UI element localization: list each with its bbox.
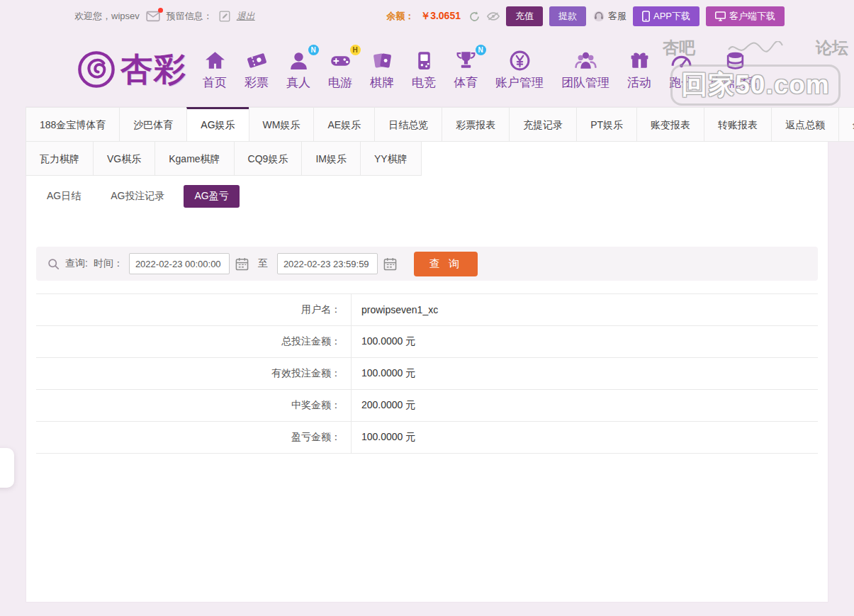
- gift-icon: [628, 49, 651, 72]
- balance-value: ￥3.0651: [420, 10, 461, 23]
- search-button[interactable]: 查 询: [414, 252, 478, 276]
- nav-sports[interactable]: N 体育: [454, 49, 478, 91]
- nav-label: 棋牌: [370, 74, 394, 91]
- table-row: 有效投注金额： 100.0000 元: [36, 358, 818, 390]
- tab-transfer-report[interactable]: 转账报表: [704, 107, 772, 142]
- end-time-input[interactable]: [277, 253, 378, 274]
- tab-kgame-chess[interactable]: Kgame棋牌: [154, 141, 234, 176]
- nav-lottery[interactable]: 彩票: [245, 49, 269, 91]
- esports-console-icon: [412, 49, 436, 72]
- tab-strip: 188金宝博体育 沙巴体育 AG娱乐 WM娱乐 AE娱乐 日结总览 彩票报表 充…: [26, 107, 828, 176]
- headset-icon: [592, 10, 605, 23]
- tab-yy-chess[interactable]: YY棋牌: [360, 141, 422, 176]
- deposit-button[interactable]: 充值: [506, 6, 543, 26]
- customer-service-label: 客服: [608, 10, 627, 23]
- nav-team-management[interactable]: 团队管理: [561, 49, 609, 91]
- tab-ag-entertainment[interactable]: AG娱乐: [186, 107, 249, 142]
- app-download-button[interactable]: APP下载: [633, 6, 700, 26]
- row-label: 有效投注金额：: [36, 358, 352, 389]
- badge-n: N: [308, 45, 319, 55]
- query-label: 查询:: [65, 257, 88, 270]
- tab-vg-chess[interactable]: VG棋乐: [93, 141, 155, 176]
- yen-account-icon: [508, 49, 532, 72]
- tab-row-1: 188金宝博体育 沙巴体育 AG娱乐 WM娱乐 AE娱乐 日结总览 彩票报表 充…: [26, 107, 828, 142]
- reserved-info-label: 预留信息：: [167, 10, 213, 23]
- calendar-start-icon[interactable]: [235, 257, 249, 271]
- coins-icon: [724, 49, 747, 72]
- tab-wm-entertainment[interactable]: WM娱乐: [249, 107, 315, 142]
- tab-daily-summary[interactable]: 日结总览: [374, 107, 442, 142]
- nav-live[interactable]: N 真人: [286, 49, 310, 91]
- row-label: 中奖金额：: [36, 390, 352, 421]
- nav-jinding-wealth[interactable]: 金鼎财富: [711, 49, 759, 91]
- calendar-end-icon[interactable]: [383, 257, 397, 271]
- phone-icon: [642, 11, 650, 22]
- nav-label: 电竞: [412, 74, 436, 91]
- table-row: 中奖金额： 200.0000 元: [36, 390, 818, 422]
- floating-widget[interactable]: [0, 448, 14, 488]
- nav-label: 团队管理: [561, 74, 609, 91]
- site-logo[interactable]: 杏彩: [77, 48, 187, 91]
- main-content-card: 188金宝博体育 沙巴体育 AG娱乐 WM娱乐 AE娱乐 日结总览 彩票报表 充…: [26, 106, 828, 603]
- nav-activity[interactable]: 活动: [627, 49, 651, 91]
- nav-label: 金鼎财富: [711, 74, 759, 91]
- result-table: 用户名： prowipseven1_xc 总投注金额： 100.0000 元 有…: [36, 293, 818, 454]
- nav-chess[interactable]: 棋牌: [370, 49, 394, 91]
- gamepad-icon: H: [329, 49, 352, 72]
- nav-label: 跑分: [669, 74, 693, 91]
- to-label: 至: [258, 257, 268, 270]
- row-value: 100.0000 元: [352, 326, 415, 357]
- refresh-icon[interactable]: [468, 11, 481, 23]
- client-download-label: 客户端下载: [729, 10, 775, 23]
- table-row: 用户名： prowipseven1_xc: [36, 294, 818, 326]
- nav-label: 体育: [454, 74, 478, 91]
- mail-icon[interactable]: [146, 11, 160, 22]
- live-person-icon: N: [287, 49, 310, 72]
- row-label: 总投注金额：: [36, 326, 352, 357]
- edit-icon[interactable]: [219, 11, 230, 22]
- row-label: 盈亏金额：: [36, 422, 352, 453]
- tab-pt-entertainment[interactable]: PT娱乐: [576, 107, 637, 142]
- nav-home[interactable]: 首页: [203, 49, 227, 91]
- eye-off-icon[interactable]: [487, 11, 500, 21]
- tab-188jbb-sports[interactable]: 188金宝博体育: [26, 107, 120, 142]
- main-nav: 首页 彩票 N 真人 H 电游 棋牌: [203, 49, 759, 91]
- tab-cq9-entertainment[interactable]: CQ9娱乐: [234, 141, 303, 176]
- logout-link[interactable]: 退出: [237, 10, 255, 23]
- nav-account-management[interactable]: 账户管理: [495, 49, 544, 91]
- subtab-ag-daily[interactable]: AG日结: [36, 185, 91, 208]
- nav-label: 首页: [203, 74, 227, 91]
- tab-im-entertainment[interactable]: IM娱乐: [301, 141, 361, 176]
- row-label: 用户名：: [36, 294, 352, 325]
- trophy-icon: N: [454, 49, 478, 72]
- withdraw-button[interactable]: 提款: [549, 6, 586, 26]
- nav-label: 账户管理: [495, 74, 544, 91]
- site-header: 杏彩 首页 彩票 N 真人 H 电游: [0, 33, 854, 106]
- tab-ae-entertainment[interactable]: AE娱乐: [313, 107, 375, 142]
- row-value: 200.0000 元: [352, 390, 415, 421]
- subtab-ag-profit-loss[interactable]: AG盈亏: [184, 185, 239, 208]
- tab-deposit-withdraw-records[interactable]: 充提记录: [509, 107, 577, 142]
- client-download-button[interactable]: 客户端下载: [706, 6, 785, 26]
- tab-account-change-report[interactable]: 账变报表: [636, 107, 704, 142]
- row-value: 100.0000 元: [352, 422, 415, 453]
- team-icon: [574, 49, 597, 72]
- tab-shaba-sports[interactable]: 沙巴体育: [119, 107, 187, 142]
- table-row: 盈亏金额： 100.0000 元: [36, 422, 818, 454]
- tab-balance-query[interactable]: 余额查询: [838, 107, 854, 142]
- nav-label: 活动: [627, 74, 651, 91]
- tab-wali-chess[interactable]: 瓦力棋牌: [26, 141, 94, 176]
- tab-lottery-report[interactable]: 彩票报表: [442, 107, 510, 142]
- tab-row-2: 瓦力棋牌 VG棋乐 Kgame棋牌 CQ9娱乐 IM娱乐 YY棋牌: [26, 141, 828, 176]
- start-time-input[interactable]: [129, 253, 230, 274]
- nav-esports[interactable]: 电竞: [412, 49, 436, 91]
- nav-paofen[interactable]: 跑分: [669, 49, 693, 91]
- tab-rebate-total[interactable]: 返点总额: [771, 107, 839, 142]
- search-panel: 查询: 时间： 至 查 询: [36, 247, 818, 281]
- subtab-bar: AG日结 AG投注记录 AG盈亏: [26, 176, 828, 208]
- nav-label: 真人: [286, 74, 310, 91]
- nav-egames[interactable]: H 电游: [328, 49, 352, 91]
- subtab-ag-bet-records[interactable]: AG投注记录: [100, 185, 175, 208]
- customer-service-button[interactable]: 客服: [592, 10, 627, 23]
- monitor-icon: [715, 11, 726, 21]
